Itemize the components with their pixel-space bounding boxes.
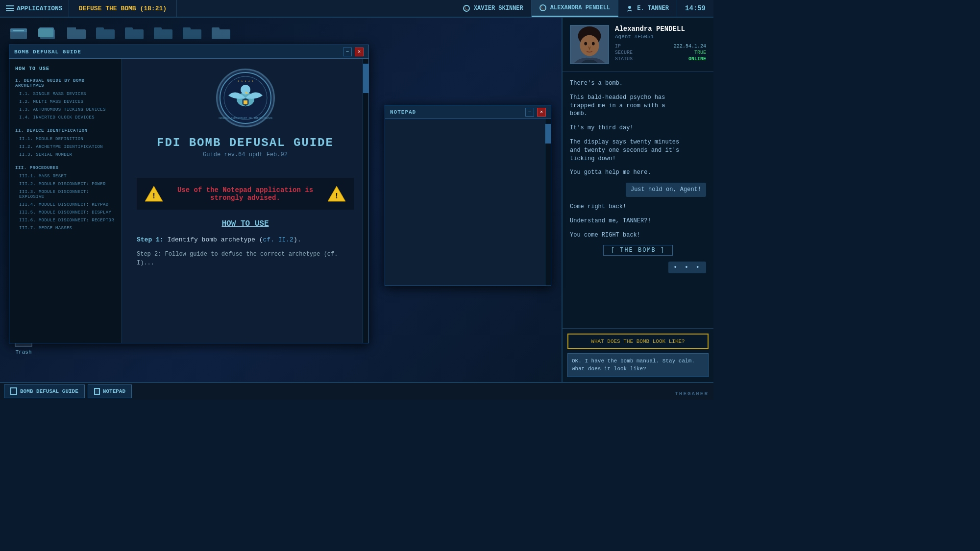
msg-8: Understand me, TANNER?! [570, 217, 651, 225]
nav-item-receptor[interactable]: III.6. MODULE DISCONNECT: RECEPTOR [15, 216, 116, 224]
svg-rect-6 [38, 28, 53, 37]
scroll-bar[interactable] [363, 59, 368, 343]
desktop-folder-5[interactable] [178, 22, 205, 44]
warning-box: ! Use of the Notepad application is stro… [137, 178, 354, 210]
desktop-icon-inbox[interactable] [5, 22, 32, 44]
secure-value: TRUE [694, 50, 706, 55]
nav-item-autonomous[interactable]: I.3. AUTONOMOUS TICKING DEVICES [15, 106, 116, 114]
bomb-guide-close-button[interactable]: × [355, 48, 364, 56]
bomb-guide-minimize-button[interactable]: − [343, 48, 352, 56]
inbox-icon [9, 25, 28, 40]
trash-label: Trash [15, 349, 31, 355]
stat-ip: IP 222.54.1.24 [615, 44, 706, 49]
svg-text:!: ! [334, 192, 339, 201]
nav-item-serial[interactable]: II.3. SERIAL NUMBER [15, 151, 116, 159]
how-to-section: HOW TO USE Step 1: Identify bomb archety… [122, 219, 368, 282]
stat-secure: SECURE TRUE [615, 50, 706, 55]
thegamer-logo: THEGAMER [675, 391, 709, 397]
folder1-icon [67, 25, 86, 40]
desktop-folder-3[interactable] [121, 22, 147, 44]
files-icon [38, 25, 57, 40]
taskbar-notepad-label: NOTEPAD [103, 388, 125, 394]
svg-rect-16 [183, 27, 191, 31]
svg-rect-10 [96, 27, 104, 31]
nav-item-mass-reset[interactable]: III.1. MASS RESET [15, 172, 116, 180]
bomb-guide-window: BOMB DEFUSAL GUIDE − × HOW TO USE I. DEF… [9, 45, 369, 343]
svg-text:★ ★ ★ ★ ★: ★ ★ ★ ★ ★ [237, 79, 253, 83]
fdi-seal: ★ ★ ★ ★ ★ FEDERAL DEPARTMENT OF INTELLIG… [216, 69, 275, 127]
svg-rect-18 [212, 27, 220, 31]
nav-item-merge[interactable]: III.7. MERGE MASSES [15, 224, 116, 232]
stat-status: STATUS ONLINE [615, 56, 706, 62]
folder3-icon [125, 25, 144, 40]
desktop-folder-1[interactable] [63, 22, 90, 44]
folder6-icon [212, 25, 230, 40]
agent3-label: E. TANNER [637, 5, 669, 12]
agent-name: Alexandra PENDELL [615, 25, 706, 33]
nav-item-explosive[interactable]: III.3. MODULE DISCONNECT: EXPLOSIVE [15, 188, 116, 201]
question-button[interactable]: What does the bomb look like? [567, 334, 709, 349]
notepad-title: NOTEPAD [390, 109, 416, 115]
notepad-body[interactable] [385, 119, 551, 286]
bomb-guide-body: HOW TO USE I. DEFUSAL GUIDE BY BOMB ARCH… [9, 59, 368, 343]
notepad-scroll[interactable] [545, 119, 551, 286]
nav-item-single-mass[interactable]: I.1. SINGLE MASS DEVICES [15, 90, 116, 98]
nav-how-to-use[interactable]: HOW TO USE [15, 66, 116, 72]
folder2-icon [96, 25, 115, 40]
guide-header: ★ ★ ★ ★ ★ FEDERAL DEPARTMENT OF INTELLIG… [122, 59, 368, 178]
hamburger-icon [6, 5, 14, 11]
notepad-close-button[interactable]: × [537, 108, 546, 117]
notepad-controls: − × [525, 108, 546, 117]
status-label: STATUS [615, 56, 633, 62]
applications-menu[interactable]: APPLICATIONS [0, 0, 69, 17]
desktop-folder-4[interactable] [149, 22, 176, 44]
desktop-icon-files[interactable] [34, 22, 61, 44]
desktop-folder-6[interactable] [207, 22, 234, 44]
folder4-icon [154, 25, 172, 40]
msg-5: You gotta help me here. [570, 168, 651, 177]
warning-triangle-left: ! [144, 185, 164, 202]
how-to-title: HOW TO USE [137, 219, 354, 228]
desktop-folder-2[interactable] [92, 22, 119, 44]
taskbar-bomb-label: BOMB DEFUSAL GUIDE [20, 388, 78, 394]
bomb-guide-titlebar: BOMB DEFUSAL GUIDE − × [9, 45, 368, 59]
agents-bar: 📞 XAVIER SKINNER 📞 ALEXANDRA PENDELL E. … [455, 0, 713, 17]
nav-section-1: I. DEFUSAL GUIDE BY BOMB ARCHETYPES [15, 78, 116, 88]
secure-label: SECURE [615, 50, 633, 55]
chat-messages: There's a bomb. This bald-headed psycho … [563, 72, 713, 328]
warning-text: Use of the Notepad application is strong… [173, 186, 317, 202]
agent-info: Alexandra PENDELL Agent #F5051 IP 222.54… [563, 18, 713, 72]
nav-item-inverted[interactable]: I.4. INVERTED CLOCK DEVICES [15, 114, 116, 121]
status-value: ONLINE [688, 56, 706, 62]
agent2-button[interactable]: 📞 ALEXANDRA PENDELL [532, 0, 618, 17]
agent-id: Agent #F5051 [615, 34, 706, 40]
msg-7: Come right back! [570, 203, 626, 211]
topbar: APPLICATIONS DEFUSE THE BOMB (18:21) 📞 X… [0, 0, 713, 18]
svg-text:!: ! [151, 192, 156, 201]
msg-dots: • • • [668, 262, 706, 273]
guide-main-title: FDI BOMB DEFUSAL GUIDE [157, 136, 334, 149]
nav-item-keypad[interactable]: III.4. MODULE DISCONNECT: KEYPAD [15, 201, 116, 209]
svg-rect-14 [154, 27, 162, 31]
taskbar-bomb-guide[interactable]: BOMB DEFUSAL GUIDE [4, 384, 85, 398]
nav-item-multi-mass[interactable]: I.2. MULTI MASS DEVICES [15, 98, 116, 106]
taskbar-notepad[interactable]: NOTEPAD [88, 384, 132, 398]
nav-item-archetype-id[interactable]: II.2. ARCHETYPE IDENTIFICATION [15, 143, 116, 151]
notepad-titlebar: NOTEPAD − × [385, 105, 551, 119]
msg-1: There's a bomb. [570, 79, 623, 88]
ip-label: IP [615, 44, 621, 49]
nav-item-module-def[interactable]: II.1. MODULE DEFINITION [15, 135, 116, 143]
nav-item-display[interactable]: III.5. MODULE DISCONNECT: DISPLAY [15, 209, 116, 216]
agent-details: Alexandra PENDELL Agent #F5051 IP 222.54… [615, 25, 706, 64]
msg-6: Just hold on, Agent! [626, 183, 706, 197]
agent1-button[interactable]: 📞 XAVIER SKINNER [455, 0, 532, 17]
bomb-guide-content: ★ ★ ★ ★ ★ FEDERAL DEPARTMENT OF INTELLIG… [122, 59, 368, 343]
scroll-thumb [363, 64, 368, 93]
chat-panel: Alexandra PENDELL Agent #F5051 IP 222.54… [562, 18, 713, 382]
agent3-button[interactable]: E. TANNER [618, 0, 677, 17]
svg-rect-25 [244, 100, 247, 104]
clock: 14:59 [677, 4, 713, 12]
notepad-minimize-button[interactable]: − [525, 108, 534, 117]
nav-item-power[interactable]: III.2. MODULE DISCONNECT: POWER [15, 180, 116, 188]
notepad-thumb [545, 124, 551, 144]
